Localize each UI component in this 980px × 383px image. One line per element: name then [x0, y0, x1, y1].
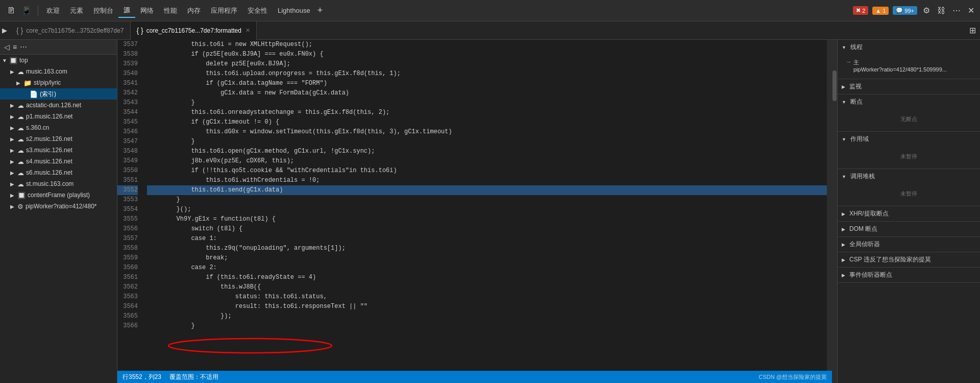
- code-line-3537[interactable]: this.to6i = new XMLHttpRequest();: [147, 40, 827, 50]
- tree-item-lyric[interactable]: ▶ 📁 st/pip/lyric: [0, 77, 117, 88]
- tab-welcome[interactable]: 欢迎: [41, 4, 65, 17]
- code-line-3553[interactable]: }: [147, 195, 827, 205]
- panel-section-header-dom[interactable]: ▶ DOM 断点: [838, 222, 980, 236]
- code-line-3555[interactable]: Vh9Y.gE1x = function(t8l) {: [147, 214, 827, 224]
- code-line-3561[interactable]: if (this.to6i.readyState == 4): [147, 273, 827, 282]
- code-line-3545[interactable]: if (gC1x.timeout != 0) {: [147, 117, 827, 127]
- device-icon[interactable]: 📱: [21, 6, 32, 15]
- code-line-3542[interactable]: gC1x.data = new FormData(gC1x.data): [147, 88, 827, 98]
- sidebar-back-icon[interactable]: ◁: [4, 43, 10, 51]
- code-line-3559[interactable]: break;: [147, 253, 827, 263]
- dock-icon[interactable]: 🖹: [7, 6, 15, 15]
- vertical-scrollbar[interactable]: [832, 40, 837, 383]
- panel-section-dom: ▶ DOM 断点: [838, 222, 980, 237]
- code-line-3551[interactable]: this.to6i.withCredentials = !0;: [147, 176, 827, 185]
- tab-performance[interactable]: 性能: [159, 4, 182, 17]
- tab-close-button[interactable]: ✕: [246, 27, 250, 34]
- panel-section-header-csp[interactable]: ▶ CSP 违反了想当探险家的提莫: [838, 252, 980, 267]
- panel-section-header-xhr[interactable]: ▶ XHR/提取断点: [838, 206, 980, 221]
- breakpoints-arrow-icon: ▼: [842, 100, 846, 105]
- panel-section-header-watch[interactable]: ▶ 监视: [838, 79, 980, 94]
- tree-item-pipworker[interactable]: ▶ ⚙ pipWorker?ratio=412/480*: [0, 201, 117, 212]
- callstack-empty: 未暂停: [846, 186, 972, 202]
- code-line-3544[interactable]: this.to6i.onreadystatechange = this.gE1x…: [147, 108, 827, 117]
- tree-item-top[interactable]: ▼ 🔲 top: [0, 55, 117, 66]
- code-line-3541[interactable]: if (gC1x.data.tagName === "FORM"): [147, 79, 827, 88]
- tree-item-index[interactable]: 📄 (索引): [0, 88, 117, 100]
- panel-section-header-scope[interactable]: ▼ 作用域: [838, 132, 980, 147]
- code-line-3552[interactable]: this.to6i.send(gC1x.data): [147, 185, 827, 195]
- panel-section-header-event[interactable]: ▶ 事件侦听器断点: [838, 268, 980, 282]
- close-icon[interactable]: ✕: [968, 6, 974, 15]
- code-line-3566[interactable]: }: [147, 321, 827, 331]
- code-scrollbar[interactable]: [827, 40, 832, 371]
- right-panel: ▼ 线程 → 主 pipWorker?ratio=412/480*1.50999…: [837, 40, 980, 383]
- tree-arrow-p1music: ▶: [10, 114, 16, 119]
- file-tree-icon[interactable]: ▶: [2, 27, 7, 34]
- info-badge[interactable]: 💬 99+: [893, 6, 917, 15]
- code-line-3548[interactable]: this.to6i.open(gC1x.method, gC1x.url, !g…: [147, 147, 827, 156]
- threads-label: 线程: [850, 43, 863, 52]
- link-icon[interactable]: ⛓: [937, 6, 945, 15]
- warning-badge[interactable]: ▲ 1: [872, 7, 889, 15]
- code-line-3563[interactable]: status: this.to6i.status,: [147, 292, 827, 302]
- settings-icon[interactable]: ⚙: [923, 6, 930, 15]
- tree-item-music163[interactable]: ▶ ☁ music.163.com: [0, 66, 117, 77]
- code-line-3556[interactable]: switch (t8l) {: [147, 224, 827, 234]
- add-tab-button[interactable]: +: [317, 5, 323, 16]
- tree-item-s4music[interactable]: ▶ ☁ s4.music.126.net: [0, 156, 117, 167]
- code-line-3564[interactable]: result: this.to6i.responseText || "": [147, 302, 827, 312]
- editor-tab-1[interactable]: { } core_cc7b11675e...3752c9eff87de7: [10, 21, 131, 40]
- watch-arrow-icon: ▶: [842, 84, 845, 89]
- tree-item-s3music[interactable]: ▶ ☁ s3.music.126.net: [0, 145, 117, 156]
- code-content[interactable]: this.to6i = new XMLHttpRequest(); if (pz…: [143, 40, 827, 371]
- code-line-3560[interactable]: case 2:: [147, 263, 827, 273]
- panel-section-header-callstack[interactable]: ▼ 调用堆栈: [838, 169, 980, 184]
- tab-memory[interactable]: 内存: [182, 4, 206, 17]
- tab-application[interactable]: 应用程序: [206, 4, 242, 17]
- tree-item-p1music[interactable]: ▶ ☁ p1.music.126.net: [0, 111, 117, 122]
- tab-network[interactable]: 网络: [135, 4, 159, 17]
- code-line-3549[interactable]: j8b.eV0x(pz5E, cDX6R, this);: [147, 156, 827, 166]
- tree-item-acstatic[interactable]: ▶ ☁ acstatic-dun.126.net: [0, 100, 117, 111]
- sidebar-menu-icon[interactable]: ≡: [13, 43, 17, 51]
- dom-arrow-icon: ▶: [842, 227, 845, 232]
- panel-section-header-threads[interactable]: ▼ 线程: [838, 40, 980, 55]
- screenshot-button[interactable]: ⊞: [969, 26, 976, 35]
- tree-item-s360[interactable]: ▶ ☁ s.360.cn: [0, 122, 117, 133]
- panel-section-global: ▶ 全局侦听器: [838, 237, 980, 252]
- code-line-3565[interactable]: });: [147, 312, 827, 321]
- code-line-3543[interactable]: }: [147, 98, 827, 108]
- more-icon[interactable]: ⋯: [952, 6, 961, 15]
- tab-sources[interactable]: 源: [118, 4, 135, 18]
- tree-item-contentframe[interactable]: ▶ 🔲 contentFrame (playlist): [0, 189, 117, 201]
- scope-empty: 未暂停: [846, 149, 972, 164]
- tab-security[interactable]: 安全性: [242, 4, 273, 17]
- editor-tab-2[interactable]: { } core_cc7b11675e...7de7:formatted ✕: [131, 21, 257, 40]
- tab-console[interactable]: 控制台: [88, 4, 118, 17]
- code-scroll[interactable]: 3537353835393540354135423543354435453546…: [117, 40, 832, 371]
- code-line-3550[interactable]: if (!!this.qo5t.cookie && "withCredentia…: [147, 166, 827, 176]
- code-line-3540[interactable]: this.to6i.upload.onprogress = this.gE1x.…: [147, 69, 827, 79]
- tab-elements[interactable]: 元素: [65, 4, 88, 17]
- code-line-3558[interactable]: this.z9q("onuploading", arguments[1]);: [147, 244, 827, 253]
- panel-section-header-breakpoints[interactable]: ▼ 断点: [838, 94, 980, 109]
- code-line-3538[interactable]: if (pz5E[eu0x.BJ9A] === eu0x.FN0x) {: [147, 50, 827, 59]
- breakpoints-empty: 无断点: [846, 111, 972, 127]
- tree-item-s2music[interactable]: ▶ ☁ s2.music.126.net: [0, 133, 117, 145]
- tree-item-s6music[interactable]: ▶ ☁ s6.music.126.net: [0, 167, 117, 178]
- code-line-3562[interactable]: this.wJ8B({: [147, 282, 827, 292]
- tree-item-stmusic163[interactable]: ▶ ☁ st.music.163.com: [0, 178, 117, 189]
- callstack-content: 未暂停: [838, 184, 980, 206]
- code-line-3554[interactable]: }();: [147, 205, 827, 214]
- event-label: 事件侦听器断点: [849, 271, 892, 279]
- code-line-3546[interactable]: this.dG0x = window.setTimeout(this.gE1x.…: [147, 127, 827, 137]
- tab-lighthouse[interactable]: Lighthouse: [273, 5, 315, 16]
- panel-section-header-global[interactable]: ▶ 全局侦听器: [838, 237, 980, 252]
- code-line-3547[interactable]: }: [147, 137, 827, 147]
- code-line-3557[interactable]: case 1:: [147, 234, 827, 244]
- code-line-3539[interactable]: delete pz5E[eu0x.BJ9A];: [147, 59, 827, 69]
- top-toolbar: 🖹 📱 欢迎 元素 控制台 源 网络 性能 内存 应用程序 安全性 Lighth…: [0, 0, 980, 21]
- sidebar-more-icon[interactable]: ⋯: [20, 43, 27, 51]
- error-badge[interactable]: ✖ 2: [853, 6, 868, 15]
